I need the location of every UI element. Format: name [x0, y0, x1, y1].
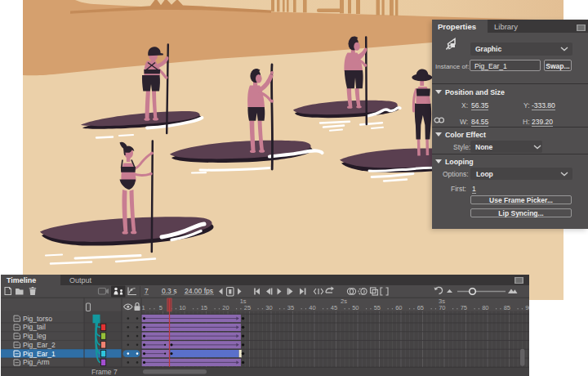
svg-text:0.3 s: 0.3 s [162, 287, 176, 295]
svg-text:Pig_leg: Pig_leg [23, 332, 47, 340]
svg-text:2s: 2s [341, 298, 347, 305]
svg-text:55: 55 [374, 304, 381, 311]
svg-text:Pig_torso: Pig_torso [23, 315, 52, 323]
svg-text:10: 10 [179, 304, 185, 311]
svg-text:5: 5 [159, 304, 163, 311]
svg-text:1s: 1s [240, 298, 247, 305]
svg-text:Output: Output [69, 276, 92, 284]
svg-text:25: 25 [244, 304, 251, 311]
svg-text:Pig_tail: Pig_tail [23, 323, 46, 331]
svg-text:60: 60 [395, 304, 402, 311]
svg-text:Timeline: Timeline [7, 276, 36, 284]
svg-text:20: 20 [222, 304, 229, 311]
svg-text:30: 30 [265, 304, 272, 311]
svg-text:Pig_Ear_2: Pig_Ear_2 [23, 341, 56, 349]
svg-text:24.00 fps: 24.00 fps [185, 287, 213, 295]
svg-text:3s: 3s [439, 298, 445, 305]
svg-text:1: 1 [141, 304, 145, 311]
svg-text:85: 85 [504, 304, 510, 311]
svg-text:Frame 7: Frame 7 [91, 368, 118, 376]
svg-text:40: 40 [309, 304, 315, 311]
svg-text:35: 35 [287, 304, 294, 311]
svg-text:70: 70 [439, 304, 445, 311]
svg-text:65: 65 [417, 304, 424, 311]
svg-text:45: 45 [331, 304, 337, 311]
svg-text:90: 90 [525, 304, 529, 311]
svg-text:Pig_Ear_1: Pig_Ear_1 [23, 350, 56, 358]
svg-text:15: 15 [201, 304, 207, 311]
svg-text:50: 50 [352, 304, 359, 311]
svg-text:7: 7 [145, 287, 149, 295]
svg-text:75: 75 [461, 304, 467, 311]
svg-text:80: 80 [482, 304, 488, 311]
svg-text:Pig_Arm: Pig_Arm [23, 358, 50, 366]
